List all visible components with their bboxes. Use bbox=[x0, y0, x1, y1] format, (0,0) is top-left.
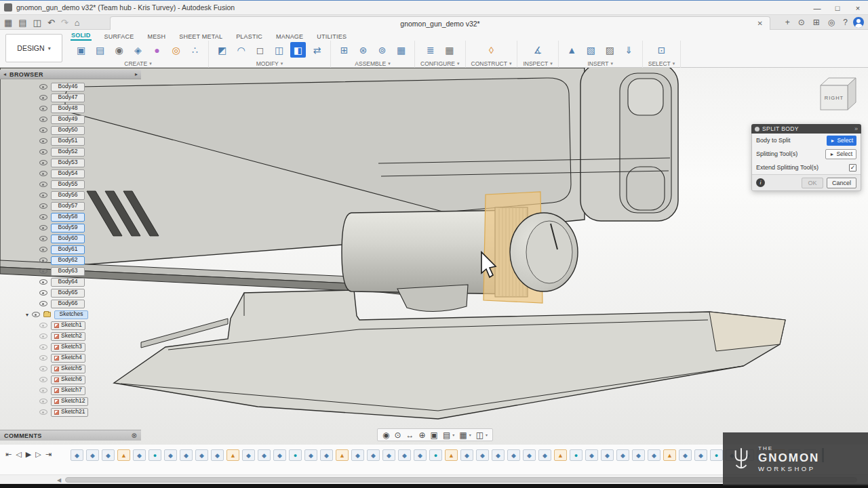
timeline-feature-icon[interactable]: ◆ bbox=[601, 449, 614, 461]
notifications-icon[interactable]: ◎ bbox=[828, 18, 835, 27]
configuration-table-icon[interactable]: ▦ bbox=[441, 42, 457, 58]
visibility-eye-icon[interactable] bbox=[39, 258, 47, 263]
visibility-eye-icon[interactable] bbox=[39, 138, 47, 144]
timeline-feature-icon[interactable]: ◆ bbox=[492, 449, 505, 461]
visibility-eye-icon[interactable] bbox=[39, 106, 47, 111]
select-icon[interactable]: ⊡ bbox=[654, 42, 669, 58]
play-button[interactable]: ▶ bbox=[26, 450, 31, 459]
combine-icon[interactable]: ◫ bbox=[271, 42, 287, 58]
visibility-eye-icon[interactable] bbox=[39, 160, 47, 165]
timeline-feature-icon[interactable]: ◆ bbox=[648, 449, 660, 461]
group-label-modify[interactable]: MODIFY bbox=[256, 60, 279, 67]
visibility-eye-icon[interactable] bbox=[39, 301, 47, 306]
decal-icon[interactable]: ▧ bbox=[583, 42, 599, 58]
group-label-assemble[interactable]: ASSEMBLE bbox=[355, 60, 386, 67]
timeline-feature-icon[interactable]: ● bbox=[289, 449, 302, 461]
close-tab-icon[interactable]: ✕ bbox=[757, 20, 763, 27]
info-icon[interactable]: i bbox=[756, 178, 765, 187]
timeline-feature-icon[interactable]: ◆ bbox=[414, 449, 427, 461]
body-label[interactable]: Body48 bbox=[51, 104, 85, 113]
split-body-icon[interactable]: ◧ bbox=[290, 42, 306, 58]
skip-to-end-button[interactable]: ⇥ bbox=[45, 450, 52, 459]
visibility-eye-icon[interactable] bbox=[39, 290, 47, 296]
configure-icon[interactable]: ≣ bbox=[422, 42, 438, 58]
timeline-feature-icon[interactable]: ◆ bbox=[523, 449, 536, 461]
undo-icon[interactable]: ↶ bbox=[47, 18, 55, 27]
ribbon-tab-solid[interactable]: SOLID bbox=[71, 32, 92, 41]
ribbon-tab-manage[interactable]: MANAGE bbox=[275, 33, 304, 41]
pan-icon[interactable]: ↔ bbox=[406, 431, 414, 439]
sketch-label[interactable]: Sketch4 bbox=[51, 354, 85, 363]
timeline-feature-icon[interactable]: ◆ bbox=[585, 449, 598, 461]
pattern-icon[interactable]: ∴ bbox=[187, 42, 203, 58]
body-label[interactable]: Body50 bbox=[51, 126, 85, 135]
body-label[interactable]: Body65 bbox=[51, 289, 85, 298]
user-avatar[interactable] bbox=[853, 17, 864, 28]
timeline-feature-icon[interactable]: ◆ bbox=[351, 449, 364, 461]
insert-derive-icon[interactable]: ⇓ bbox=[621, 42, 637, 58]
align-icon[interactable]: ⇄ bbox=[309, 42, 325, 58]
timeline-feature-icon[interactable]: ▲ bbox=[554, 449, 567, 461]
ribbon-tab-utilities[interactable]: UTILITIES bbox=[316, 33, 347, 41]
body-label[interactable]: Body62 bbox=[51, 256, 85, 265]
timeline-feature-icon[interactable]: ◆ bbox=[133, 449, 146, 461]
visibility-eye-icon[interactable] bbox=[39, 399, 47, 404]
visibility-eye-icon[interactable] bbox=[39, 149, 47, 155]
group-label-inspect[interactable]: INSPECT bbox=[523, 60, 548, 67]
extrude-icon[interactable]: ▤ bbox=[92, 42, 108, 58]
timeline-feature-icon[interactable]: ◆ bbox=[679, 449, 692, 461]
timeline-feature-icon[interactable]: ▲ bbox=[226, 449, 239, 461]
visibility-eye-icon[interactable] bbox=[39, 95, 47, 100]
fit-icon[interactable]: ▣ bbox=[431, 431, 438, 439]
body-label[interactable]: Body63 bbox=[51, 267, 85, 276]
as-built-joint-icon[interactable]: ⊚ bbox=[374, 42, 390, 58]
step-forward-button[interactable]: ▷ bbox=[35, 450, 41, 459]
timeline-feature-icon[interactable]: ◆ bbox=[367, 449, 380, 461]
body-label[interactable]: Body47 bbox=[51, 94, 85, 102]
body-label[interactable]: Body57 bbox=[51, 202, 85, 211]
visibility-eye-icon[interactable] bbox=[39, 247, 47, 252]
visibility-eye-icon[interactable] bbox=[39, 279, 47, 285]
visibility-eye-icon[interactable] bbox=[39, 366, 47, 371]
skip-to-start-button[interactable]: ⇤ bbox=[5, 450, 12, 459]
sketch-label[interactable]: Sketch7 bbox=[51, 386, 85, 395]
timeline-feature-icon[interactable]: ◆ bbox=[211, 449, 224, 461]
press-pull-icon[interactable]: ◩ bbox=[214, 42, 230, 58]
visibility-eye-icon[interactable] bbox=[39, 344, 47, 350]
visibility-eye-icon[interactable] bbox=[39, 388, 47, 393]
comments-bar[interactable]: COMMENTS ⊗ bbox=[0, 430, 141, 441]
body-label[interactable]: Body64 bbox=[51, 278, 85, 287]
group-label-create[interactable]: CREATE bbox=[124, 60, 147, 67]
body-label[interactable]: Body52 bbox=[51, 148, 85, 157]
help-icon[interactable]: ? bbox=[843, 18, 848, 27]
ribbon-tab-surface[interactable]: SURFACE bbox=[104, 33, 135, 41]
timeline-feature-icon[interactable]: ▲ bbox=[663, 449, 676, 461]
timeline-feature-icon[interactable]: ◆ bbox=[398, 449, 411, 461]
fillet-icon[interactable]: ◠ bbox=[233, 42, 249, 58]
app-menu-icon[interactable]: ▦ bbox=[4, 18, 12, 27]
body-label[interactable]: Body51 bbox=[51, 137, 85, 146]
job-status-icon[interactable]: ⊙ bbox=[798, 18, 805, 27]
group-label-construct[interactable]: CONSTRUCT bbox=[471, 60, 507, 67]
timeline-feature-icon[interactable]: ◆ bbox=[538, 449, 551, 461]
timeline-feature-icon[interactable]: ◆ bbox=[320, 449, 333, 461]
orbit-icon[interactable]: ◉ bbox=[382, 431, 389, 439]
timeline-feature-icon[interactable]: ● bbox=[710, 449, 723, 461]
document-tab[interactable]: gnomon_gun_demo v32* ✕ bbox=[110, 16, 770, 30]
group-label-configure[interactable]: CONFIGURE bbox=[420, 60, 455, 67]
visibility-eye-icon[interactable] bbox=[39, 192, 47, 198]
timeline-feature-icon[interactable]: ◆ bbox=[164, 449, 177, 461]
sketch-label[interactable]: Sketch1 bbox=[51, 321, 85, 330]
timeline-feature-icon[interactable]: ◆ bbox=[71, 449, 83, 461]
timeline-feature-icon[interactable]: ◆ bbox=[86, 449, 99, 461]
sketch-label[interactable]: Sketch21 bbox=[51, 408, 88, 417]
extend-splitting-checkbox[interactable]: ✓ bbox=[849, 164, 856, 171]
visibility-eye-icon[interactable] bbox=[39, 355, 47, 361]
tables-icon[interactable]: ▦ bbox=[393, 42, 409, 58]
timeline-feature-icon[interactable]: ◆ bbox=[616, 449, 629, 461]
timeline-feature-icon[interactable]: ● bbox=[570, 449, 583, 461]
zoom-icon[interactable]: ⊕ bbox=[419, 431, 426, 439]
timeline-feature-icon[interactable]: ● bbox=[429, 449, 442, 461]
expand-panel-icon[interactable]: ▸ bbox=[135, 71, 138, 77]
body-label[interactable]: Body55 bbox=[51, 180, 85, 189]
